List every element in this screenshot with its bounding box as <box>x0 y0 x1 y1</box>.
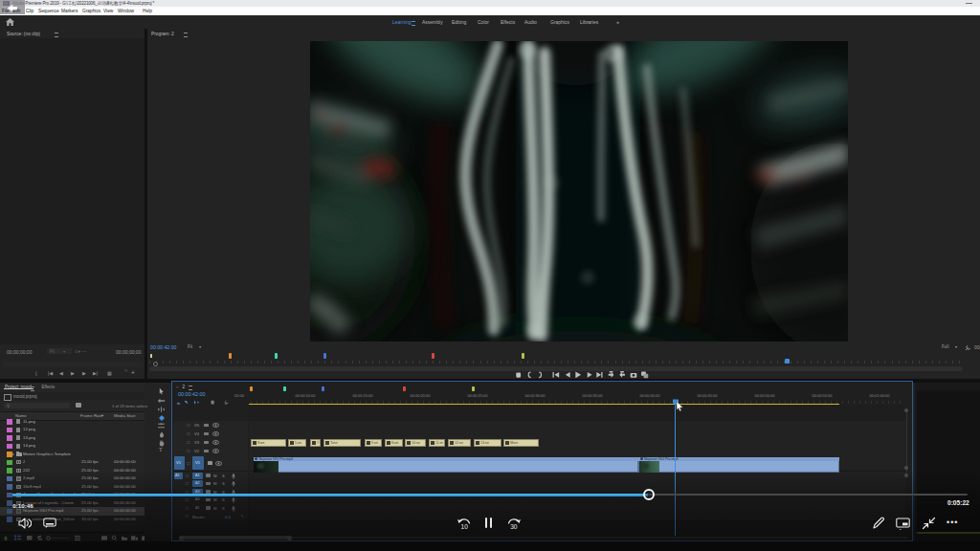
svg-text:10: 10 <box>461 523 469 530</box>
svg-text:30: 30 <box>510 523 518 530</box>
